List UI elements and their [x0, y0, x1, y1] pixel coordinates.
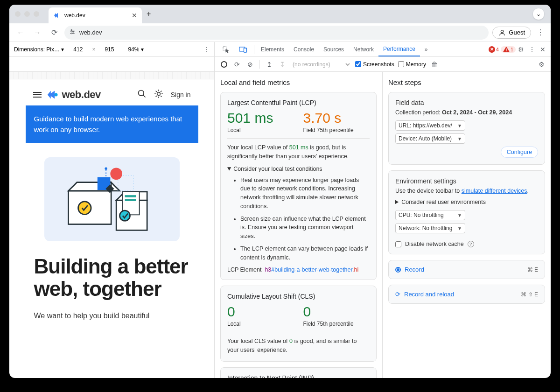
field-data-card: Field data Collection period: Oct 2, 202… [388, 92, 545, 165]
tab-sources[interactable]: Sources [319, 42, 349, 56]
site-header: web.dev Sign in [26, 84, 198, 105]
cls-card: Cumulative Layout Shift (CLS) 0 Local 0 … [220, 286, 377, 362]
devtools-menu-button[interactable]: ⋮ [526, 46, 538, 53]
browser-tab[interactable]: web.dev ✕ [49, 7, 142, 23]
inp-card: Interaction to Next Paint (INP) [220, 367, 377, 378]
width-input[interactable] [69, 46, 87, 53]
ruler [9, 72, 214, 79]
svg-rect-31 [125, 195, 136, 197]
record-reload-button[interactable]: ⟳Record and reload ⌘ ⇧ E [388, 285, 545, 304]
new-tab-button[interactable]: + [147, 10, 151, 18]
clear-icon[interactable]: ⊘ [245, 61, 255, 68]
inp-title: Interaction to Next Paint (INP) [227, 374, 370, 378]
site-settings-icon[interactable] [69, 28, 76, 36]
svg-rect-9 [244, 48, 247, 52]
menu-icon[interactable] [33, 92, 42, 98]
back-button[interactable]: ← [14, 26, 27, 39]
configure-button[interactable]: Configure [501, 147, 538, 158]
close-tab-icon[interactable]: ✕ [132, 12, 137, 19]
tab-performance[interactable]: Performance [378, 42, 420, 56]
device-toolbar: Dimensions: Pix… ▾ × 94% ▾ ⋮ Elements Co… [9, 42, 551, 57]
devtools-settings-icon[interactable]: ⚙ [516, 46, 526, 53]
record-dot-icon [395, 267, 401, 273]
svg-point-10 [54, 93, 57, 97]
address-bar[interactable]: web.dev [64, 26, 489, 40]
env-consider[interactable]: Consider real user environments [395, 199, 538, 205]
device-select[interactable]: Device: Auto (Mobile)▼ [395, 133, 465, 144]
svg-point-25 [78, 202, 91, 214]
tabs-menu-button[interactable]: ⌄ [533, 8, 544, 20]
inspect-icon[interactable] [217, 42, 234, 56]
error-badge[interactable]: ✕4 [489, 46, 499, 53]
perf-settings-icon[interactable]: ⚙ [537, 61, 546, 68]
steps-heading: Next steps [388, 78, 545, 86]
svg-point-6 [501, 30, 504, 32]
perf-toolbar: ⟳ ⊘ ↥ ↧ (no recordings) Screenshots Memo… [9, 57, 551, 72]
svg-point-11 [138, 91, 144, 96]
profile-button[interactable]: Guest [492, 27, 531, 39]
device-menu-button[interactable]: ⋮ [203, 46, 210, 53]
disable-cache-checkbox[interactable]: Disable network cache? [395, 241, 538, 247]
recordings-select[interactable]: (no recordings) [291, 61, 351, 68]
url-select[interactable]: URL: https://web.dev/▼ [395, 120, 465, 131]
theme-icon[interactable] [154, 89, 163, 100]
tab-network[interactable]: Network [349, 42, 378, 56]
help-icon[interactable]: ? [468, 241, 474, 247]
tab-console[interactable]: Console [289, 42, 319, 56]
zoom-select[interactable]: 94% ▾ [128, 46, 143, 53]
svg-point-3 [71, 29, 72, 30]
lcp-consider[interactable]: Consider your local test conditions Real… [227, 166, 370, 262]
window-controls[interactable] [15, 11, 39, 17]
reload-record-icon[interactable]: ⟳ [232, 61, 242, 68]
browser-menu-button[interactable]: ⋮ [535, 28, 546, 37]
record-button[interactable]: Record ⌘ E [388, 260, 545, 279]
upload-icon[interactable]: ↥ [265, 61, 274, 68]
svg-rect-32 [125, 199, 136, 201]
metrics-heading: Local and field metrics [220, 78, 377, 86]
dimensions-select[interactable]: Dimensions: Pix… ▾ [14, 46, 64, 53]
page-headline: Building a better web, together [26, 251, 198, 305]
cls-field-value: 0 [303, 304, 370, 320]
x-separator: × [92, 46, 95, 53]
site-logo[interactable]: web.dev [46, 89, 101, 101]
download-icon[interactable]: ↧ [278, 61, 287, 68]
signin-link[interactable]: Sign in [171, 91, 191, 98]
memory-checkbox[interactable]: Memory [398, 61, 426, 68]
url-text: web.dev [79, 29, 102, 36]
tab-elements[interactable]: Elements [256, 42, 289, 56]
more-tabs-icon[interactable]: » [420, 42, 433, 56]
toolbar: ← → ⟳ web.dev Guest ⋮ [9, 23, 551, 42]
lcp-card: Largest Contentful Paint (LCP) 501 ms Lo… [220, 92, 377, 280]
device-mode-icon[interactable] [234, 42, 252, 56]
webdev-favicon-icon [53, 12, 61, 19]
svg-line-12 [143, 95, 145, 98]
lcp-note: Your local LCP value of 501 ms is good, … [227, 143, 370, 161]
cls-note: Your local CLS value of 0 is good, and i… [227, 337, 370, 355]
env-settings-card: Environment settings Use the device tool… [388, 170, 545, 254]
simulate-devices-link[interactable]: simulate different devices [462, 188, 527, 194]
forward-button[interactable]: → [31, 26, 44, 39]
devtools-close-button[interactable]: ✕ [538, 46, 548, 53]
titlebar: web.dev ✕ + ⌄ [9, 5, 551, 23]
metrics-panel: Local and field metrics Largest Contentf… [215, 72, 383, 378]
height-input[interactable] [100, 46, 119, 53]
issues-badge[interactable]: !1 [501, 46, 516, 53]
lcp-field-label: Field 75th percentile [303, 127, 370, 133]
reload-button[interactable]: ⟳ [48, 26, 61, 39]
gc-icon[interactable]: 🗑 [430, 61, 439, 68]
page-subhead: We want to help you build beautiful [26, 305, 198, 320]
lcp-tip: The LCP element can vary between page lo… [240, 245, 370, 262]
svg-point-33 [119, 210, 130, 221]
search-icon[interactable] [137, 89, 147, 100]
record-icon[interactable] [219, 61, 229, 68]
cpu-throttle-select[interactable]: CPU: No throttling▼ [395, 210, 465, 220]
svg-point-13 [157, 92, 160, 96]
steps-panel: Next steps Field data Collection period:… [383, 72, 551, 378]
screenshots-checkbox[interactable]: Screenshots [355, 61, 394, 68]
devtools-tabs: Elements Console Sources Network Perform… [215, 42, 551, 56]
lcp-title: Largest Contentful Paint (LCP) [227, 99, 370, 106]
tab-title: web.dev [64, 12, 85, 19]
lcp-element: LCP Element h3#building-a-better-web-tog… [227, 266, 370, 273]
hero-banner: Guidance to build modern web experiences… [26, 105, 198, 143]
network-throttle-select[interactable]: Network: No throttling▼ [395, 223, 465, 233]
